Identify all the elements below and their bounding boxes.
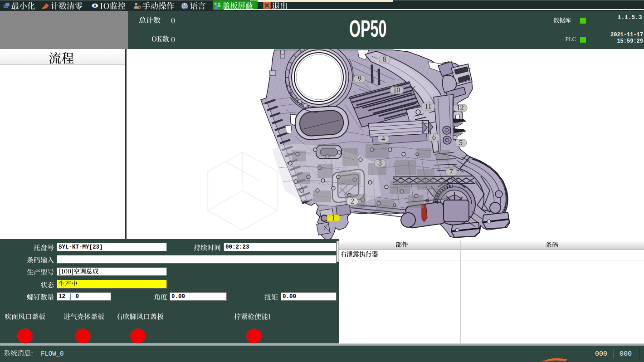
svg-text:ABC: ABC	[183, 6, 188, 9]
